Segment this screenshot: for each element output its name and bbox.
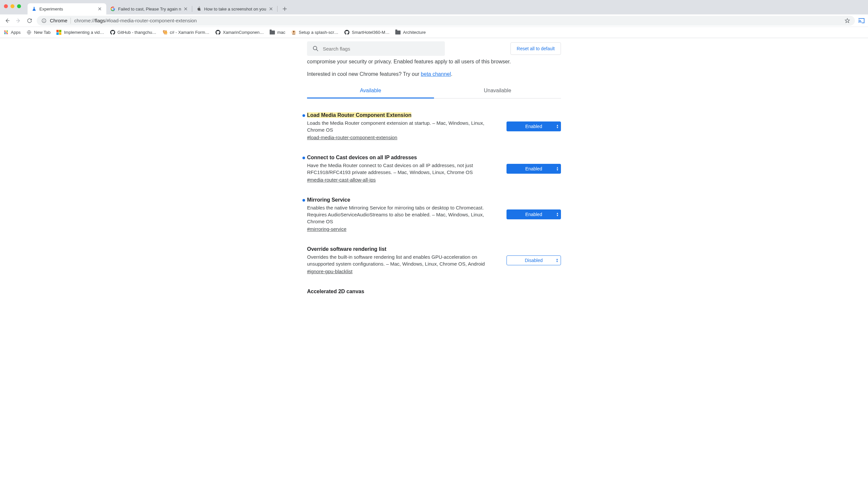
cast-icon[interactable] <box>858 18 865 24</box>
flag-title: Accelerated 2D canvas <box>307 289 364 294</box>
window-minimize-button[interactable] <box>10 4 14 8</box>
flag-title: Load Media Router Component Extension <box>307 112 411 118</box>
window-titlebar: Experiments Failed to cast, Please Try a… <box>0 0 868 14</box>
svg-rect-2 <box>44 20 44 22</box>
flask-icon <box>31 6 37 11</box>
select-arrows-icon: ▴▾ <box>557 212 558 217</box>
tab-close-icon[interactable] <box>97 6 102 11</box>
tab-close-icon[interactable] <box>268 6 273 11</box>
flag-description: Have the Media Router connect to Cast de… <box>307 162 497 176</box>
bookmark-xamarin-forms[interactable]: 🐫 c# - Xamarin Form… <box>162 30 210 35</box>
flag-title: Connect to Cast devices on all IP addres… <box>307 155 417 160</box>
apple-icon <box>196 6 202 11</box>
tab-title: How to take a screenshot on you <box>204 7 266 11</box>
svg-point-1 <box>44 19 44 20</box>
reload-button[interactable] <box>25 17 33 24</box>
flag-description: Overrides the built-in software renderin… <box>307 253 497 267</box>
bookmark-splash[interactable]: Setup a splash-scr… <box>291 30 339 35</box>
svg-point-6 <box>313 46 317 50</box>
flag-item: Mirroring Service Enables the native Mir… <box>307 197 561 232</box>
bookmark-smarthotel[interactable]: SmartHotel360-M… <box>344 30 390 35</box>
select-arrows-icon: ▴▾ <box>557 124 558 129</box>
microsoft-icon <box>56 30 62 35</box>
tab-available[interactable]: Available <box>307 83 434 98</box>
beta-channel-link[interactable]: beta channel <box>421 71 451 77</box>
tab-title: Failed to cast, Please Try again n <box>118 7 181 11</box>
bookmark-github-1[interactable]: GitHub - thangchu… <box>110 30 156 35</box>
bookmark-xamarin-components[interactable]: XamarinComponen… <box>215 30 264 35</box>
svg-line-7 <box>317 50 318 51</box>
folder-icon <box>395 30 401 35</box>
bookmark-newtab[interactable]: New Tab <box>27 30 51 35</box>
forward-button[interactable] <box>14 17 22 24</box>
flag-item: Accelerated 2D canvas <box>307 289 561 294</box>
reset-all-button[interactable]: Reset all to default <box>510 42 561 55</box>
flags-tabs: Available Unavailable <box>307 83 561 99</box>
flag-anchor-link[interactable]: #ignore-gpu-blacklist <box>307 269 352 274</box>
flag-description: Loads the Media Router component extensi… <box>307 120 497 133</box>
tab-close-icon[interactable] <box>183 6 188 11</box>
site-info-icon[interactable] <box>41 18 46 23</box>
modified-dot-icon <box>302 199 305 202</box>
interest-text: Interested in cool new Chrome features? … <box>307 71 561 77</box>
omnibox-url: chrome://flags/#load-media-router-compon… <box>74 18 197 23</box>
omnibox-divider <box>71 18 71 24</box>
modified-dot-icon <box>302 114 305 117</box>
avatar-icon <box>291 30 297 35</box>
omnibox-chip: Chrome <box>50 18 67 23</box>
flag-anchor-link[interactable]: #media-router-cast-allow-all-ips <box>307 177 375 183</box>
browser-tab-apple[interactable]: How to take a screenshot on you <box>192 3 277 14</box>
omnibox[interactable]: Chrome chrome://flags/#load-media-router… <box>37 16 855 26</box>
search-flags-box[interactable] <box>307 41 445 56</box>
new-tab-button[interactable] <box>280 4 289 13</box>
flag-anchor-link[interactable]: #load-media-router-component-extension <box>307 134 397 140</box>
tab-unavailable[interactable]: Unavailable <box>434 83 561 98</box>
google-icon <box>110 6 115 11</box>
browser-tab-google[interactable]: Failed to cast, Please Try again n <box>106 3 192 14</box>
browser-tabs: Experiments Failed to cast, Please Try a… <box>28 0 289 14</box>
traffic-lights <box>4 4 21 8</box>
select-arrows-icon: ▴▾ <box>557 167 558 171</box>
flag-item: Override software rendering list Overrid… <box>307 246 561 274</box>
tab-title: Experiments <box>39 7 95 11</box>
github-icon <box>110 30 115 35</box>
search-flags-input[interactable] <box>323 46 440 52</box>
flags-header: Reset all to default <box>307 41 561 56</box>
flag-item: Connect to Cast devices on all IP addres… <box>307 155 561 183</box>
window-maximize-button[interactable] <box>17 4 21 8</box>
window-close-button[interactable] <box>4 4 8 8</box>
search-icon <box>312 45 319 52</box>
folder-icon <box>270 30 275 35</box>
bookmark-star-icon[interactable] <box>844 18 850 24</box>
flag-select[interactable]: Enabled ▴▾ <box>506 164 561 174</box>
flags-list: Load Media Router Component Extension Lo… <box>307 99 561 294</box>
globe-icon <box>27 30 32 35</box>
github-icon <box>215 30 220 35</box>
bookmark-apps[interactable]: Apps <box>3 30 21 35</box>
github-icon <box>344 30 350 35</box>
bookmark-architecture[interactable]: Architecture <box>395 30 425 35</box>
camel-icon: 🐫 <box>162 30 168 35</box>
flag-select[interactable]: Enabled ▴▾ <box>506 121 561 131</box>
browser-toolbar: Chrome chrome://flags/#load-media-router… <box>0 14 868 27</box>
apps-icon <box>3 30 9 35</box>
modified-dot-icon <box>302 157 305 159</box>
flag-item: Load Media Router Component Extension Lo… <box>307 112 561 140</box>
svg-point-5 <box>293 31 294 32</box>
flag-description: Enables the native Mirroring Service for… <box>307 204 497 225</box>
browser-tab-experiments[interactable]: Experiments <box>28 3 106 14</box>
select-arrows-icon: ▴▾ <box>556 258 558 263</box>
bookmark-mac[interactable]: mac <box>270 30 286 35</box>
back-button[interactable] <box>3 17 11 24</box>
bookmark-implementing[interactable]: Implementing a vid… <box>56 30 104 35</box>
flags-page: Reset all to default compromise your sec… <box>307 38 561 294</box>
bookmarks-bar: Apps New Tab Implementing a vid… GitHub … <box>0 27 868 38</box>
flag-select[interactable]: Enabled ▴▾ <box>506 210 561 219</box>
flag-select[interactable]: Disabled ▴▾ <box>506 255 561 265</box>
flag-anchor-link[interactable]: #mirroring-service <box>307 226 347 232</box>
warning-text: compromise your security or privacy. Ena… <box>307 58 561 66</box>
flag-title: Mirroring Service <box>307 197 350 203</box>
flag-title: Override software rendering list <box>307 246 386 252</box>
